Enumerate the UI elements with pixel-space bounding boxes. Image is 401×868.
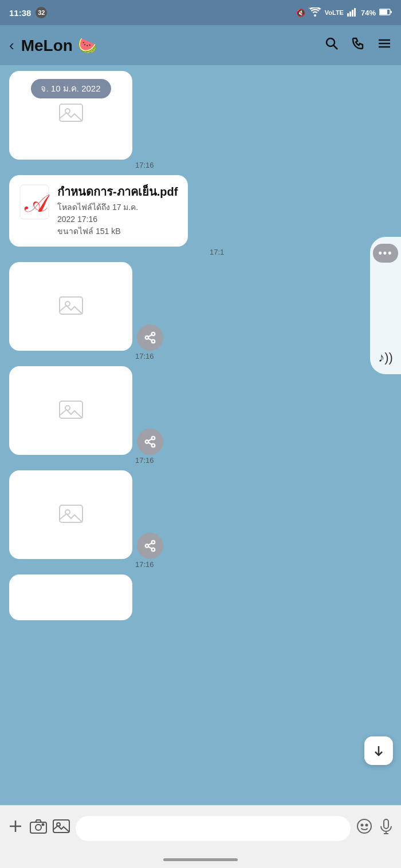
svg-point-34 bbox=[152, 548, 155, 552]
svg-rect-0 bbox=[347, 13, 349, 17]
scroll-to-bottom-button[interactable] bbox=[364, 736, 393, 765]
menu-button[interactable] bbox=[377, 36, 392, 54]
message-row-3 bbox=[9, 366, 392, 455]
svg-point-18 bbox=[152, 332, 155, 336]
image-bubble-4[interactable] bbox=[9, 470, 132, 559]
time-4: 17:16 bbox=[135, 560, 392, 569]
emoji-button[interactable] bbox=[356, 818, 372, 838]
message-row-5 bbox=[9, 574, 392, 620]
input-bar bbox=[0, 805, 401, 851]
svg-rect-3 bbox=[354, 8, 356, 17]
svg-point-20 bbox=[152, 340, 155, 343]
status-time: 11:38 bbox=[9, 8, 31, 18]
signal-icon bbox=[347, 7, 357, 18]
lte-icon: VoLTE bbox=[325, 9, 344, 16]
message-row-2 bbox=[9, 262, 392, 351]
svg-rect-2 bbox=[352, 10, 353, 17]
status-bar: 11:38 32 🔇 VoLTE 74% bbox=[0, 0, 401, 25]
time-pdf: 17:1 bbox=[210, 248, 392, 256]
camera-button[interactable] bbox=[30, 818, 47, 838]
more-button[interactable]: ••• bbox=[373, 244, 399, 263]
time-2: 17:16 bbox=[135, 352, 392, 360]
battery-text: 74% bbox=[361, 9, 376, 17]
svg-point-26 bbox=[146, 440, 149, 443]
wifi-icon bbox=[309, 7, 321, 18]
svg-rect-48 bbox=[384, 819, 388, 829]
pdf-info: กำหนดการ-ภาคเย็น.pdf โหลดไฟล์ได้ถึง 17 ม… bbox=[57, 184, 178, 237]
image-placeholder-2 bbox=[57, 291, 85, 322]
pdf-bubble[interactable]: 𝒜 กำหนดการ-ภาคเย็น.pdf โหลดไฟล์ได้ถึง 17… bbox=[9, 175, 188, 247]
share-button-3[interactable] bbox=[137, 429, 163, 455]
svg-point-47 bbox=[366, 825, 368, 826]
svg-point-27 bbox=[152, 444, 155, 447]
svg-point-32 bbox=[152, 541, 155, 544]
chat-title: MeLon 🍉 bbox=[21, 36, 317, 55]
image-bubble-2[interactable] bbox=[9, 262, 132, 351]
message-input[interactable] bbox=[76, 816, 351, 841]
status-right: 🔇 VoLTE 74% bbox=[296, 7, 392, 18]
svg-line-8 bbox=[334, 46, 338, 50]
pdf-title: กำหนดการ-ภาคเย็น.pdf bbox=[57, 184, 178, 199]
status-left: 11:38 32 bbox=[9, 7, 47, 18]
svg-line-21 bbox=[148, 338, 152, 340]
gallery-button[interactable] bbox=[53, 818, 70, 838]
image-bubble-5[interactable] bbox=[9, 574, 132, 620]
scrollbar-panel: ••• ♪)) bbox=[370, 237, 401, 374]
svg-text:𝒜: 𝒜 bbox=[24, 189, 49, 217]
svg-point-41 bbox=[36, 825, 41, 830]
svg-point-46 bbox=[361, 825, 363, 826]
home-bar bbox=[163, 858, 238, 861]
chat-area: จ. 10 ม.ค. 2022 17:16 𝒜 กำหนดการ-ภาคเย็น… bbox=[0, 65, 401, 805]
time-1: 17:16 bbox=[135, 161, 392, 169]
svg-point-19 bbox=[146, 336, 149, 339]
image-message-1[interactable]: จ. 10 ม.ค. 2022 bbox=[9, 71, 132, 160]
phone-button[interactable] bbox=[351, 36, 365, 54]
date-badge: จ. 10 ม.ค. 2022 bbox=[30, 79, 111, 98]
message-row-pdf: 𝒜 กำหนดการ-ภาคเย็น.pdf โหลดไฟล์ได้ถึง 17… bbox=[9, 175, 392, 247]
message-row-4 bbox=[9, 470, 392, 559]
header-actions bbox=[324, 36, 392, 54]
date-overlay: จ. 10 ม.ค. 2022 bbox=[30, 79, 111, 98]
mute-icon: 🔇 bbox=[296, 9, 305, 17]
pdf-icon: 𝒜 bbox=[19, 184, 49, 224]
back-button[interactable]: ‹ bbox=[9, 37, 14, 54]
svg-line-36 bbox=[148, 543, 152, 545]
image-placeholder-4 bbox=[57, 500, 85, 530]
header: ‹ MeLon 🍉 bbox=[0, 25, 401, 65]
svg-point-45 bbox=[357, 819, 371, 833]
svg-rect-43 bbox=[53, 820, 69, 833]
image-bubble-3[interactable] bbox=[9, 366, 132, 455]
svg-rect-1 bbox=[349, 11, 351, 17]
svg-point-7 bbox=[327, 38, 335, 46]
add-button[interactable] bbox=[7, 818, 24, 839]
svg-rect-6 bbox=[391, 11, 392, 13]
svg-rect-5 bbox=[380, 10, 387, 14]
image-placeholder-3 bbox=[57, 395, 85, 426]
image-placeholder-1 bbox=[57, 98, 85, 132]
time-3: 17:16 bbox=[135, 456, 392, 465]
svg-line-22 bbox=[148, 335, 152, 337]
svg-point-33 bbox=[146, 544, 149, 548]
notification-badge: 32 bbox=[36, 7, 47, 18]
svg-line-28 bbox=[148, 442, 152, 445]
svg-point-25 bbox=[152, 437, 155, 440]
svg-line-29 bbox=[148, 439, 152, 441]
share-button-2[interactable] bbox=[137, 324, 163, 351]
music-icon: ♪)) bbox=[378, 350, 393, 365]
mic-button[interactable] bbox=[378, 818, 394, 838]
pdf-meta: โหลดไฟล์ได้ถึง 17 ม.ค. 2022 17:16 ขนาดไฟ… bbox=[57, 201, 178, 237]
search-button[interactable] bbox=[324, 36, 339, 54]
message-row-1: จ. 10 ม.ค. 2022 bbox=[9, 71, 392, 160]
home-indicator bbox=[0, 851, 401, 868]
svg-point-42 bbox=[42, 824, 44, 826]
battery-icon bbox=[379, 9, 392, 17]
svg-line-35 bbox=[148, 546, 152, 549]
share-button-4[interactable] bbox=[137, 533, 163, 559]
